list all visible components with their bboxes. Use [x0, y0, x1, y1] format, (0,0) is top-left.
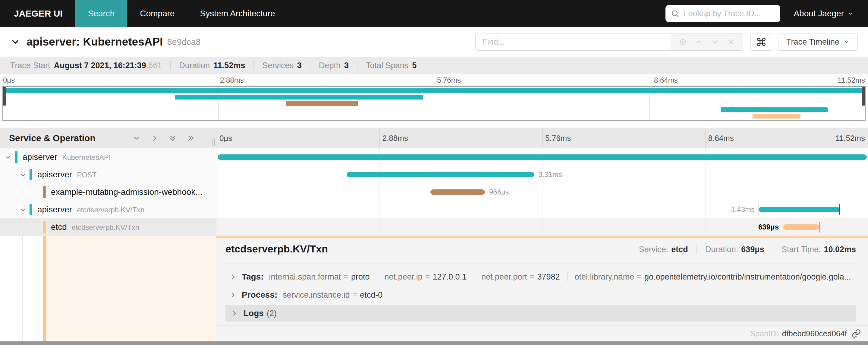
trace-title: apiserver: KubernetesAPI: [27, 36, 163, 48]
span-color-bar: [15, 151, 18, 163]
app-brand[interactable]: JAEGER UI: [0, 8, 75, 19]
span-service-name: apiserver: [23, 152, 57, 162]
span-rows: apiserverKubernetesAPIapiserverPOST3.31m…: [0, 148, 868, 236]
trace-view-selector[interactable]: Trace Timeline: [778, 33, 858, 51]
span-row[interactable]: apiserverKubernetesAPI: [0, 148, 868, 166]
span-bar-end-tick: [758, 204, 759, 215]
span-name-cell[interactable]: apiserverKubernetesAPI: [0, 148, 216, 166]
nav-tab-search[interactable]: Search: [75, 0, 127, 27]
find-input[interactable]: [482, 37, 671, 47]
span-service-name: etcd: [51, 222, 67, 232]
equals-sign: =: [637, 272, 642, 282]
logs-section-toggle[interactable]: Logs (2): [225, 305, 856, 321]
summary-separator: [357, 61, 358, 70]
timeline-gridline: [379, 183, 380, 201]
tag-value: etcd-0: [360, 290, 382, 300]
tags-section-toggle[interactable]: Tags: internal.span.format=protonet.peer…: [230, 270, 856, 284]
span-detail-footer: SpanID: dfbebd960ced064f: [216, 325, 868, 341]
span-bar[interactable]: [218, 154, 867, 160]
trace-id-lookup-input[interactable]: [683, 9, 775, 19]
span-timeline-cell[interactable]: 966μs: [216, 183, 868, 201]
summary-item-label: Services: [262, 61, 293, 70]
nav-tab-compare[interactable]: Compare: [127, 0, 187, 27]
focus-match-icon[interactable]: [679, 38, 687, 46]
tag-key: net.peer.port: [481, 272, 527, 282]
timeline-minimap[interactable]: [2, 86, 866, 121]
summary-item: Trace StartAugust 7 2021, 16:21:39.661: [10, 61, 162, 70]
find-field[interactable]: [475, 33, 671, 50]
summary-item-label: Duration: [179, 61, 210, 70]
summary-separator: [170, 61, 170, 70]
chevron-right-icon: [230, 291, 237, 298]
span-bar-end-tick: [839, 204, 840, 215]
span-bar[interactable]: [759, 207, 840, 212]
span-name-cell[interactable]: apiserverPOST: [0, 166, 216, 183]
process-section-toggle[interactable]: Process: service.instance.id=etcd-0: [230, 288, 856, 301]
timeline-tick: 8.64ms: [654, 74, 678, 86]
chevron-down-icon[interactable]: [19, 171, 27, 178]
span-bar[interactable]: [430, 190, 485, 195]
process-section-label: Process:: [242, 290, 277, 300]
span-name-cell[interactable]: apiserveretcdserverpb.KV/Txn: [0, 201, 216, 218]
chevron-down-icon[interactable]: [4, 154, 11, 161]
command-icon: [756, 37, 767, 47]
about-jaeger-label: About Jaeger: [794, 9, 844, 19]
tag-value: proto: [351, 272, 370, 282]
detail-meta-label: Duration:: [705, 245, 738, 254]
span-duration-label: 1.43ms: [731, 201, 755, 218]
trace-id: 8e9dca8: [167, 37, 200, 47]
trace-id-lookup[interactable]: [665, 5, 780, 22]
expand-all-double-chevron-right-icon[interactable]: [187, 134, 195, 142]
prev-match-chevron-up-icon[interactable]: [695, 38, 703, 46]
span-timeline-cell[interactable]: 639μs: [216, 218, 868, 236]
expand-one-chevron-right-icon[interactable]: [150, 134, 159, 142]
timeline-gridline: [705, 128, 706, 148]
span-timeline-cell[interactable]: [216, 148, 868, 166]
timeline-gridline: [705, 201, 706, 218]
collapse-all-double-chevron-down-icon[interactable]: [168, 134, 177, 142]
chevron-down-icon[interactable]: [19, 206, 27, 213]
minimap-drag-handle-left[interactable]: [3, 87, 6, 106]
bottom-scroll-edge[interactable]: [0, 341, 868, 345]
keyboard-shortcuts-button[interactable]: [750, 33, 772, 51]
span-bar[interactable]: [347, 172, 534, 177]
process-items: service.instance.id=etcd-0: [283, 290, 382, 300]
span-service-name: example-mutating-admission-webhook...: [51, 187, 203, 197]
timeline-tick: 8.64ms: [708, 128, 734, 148]
column-resizer-handle[interactable]: [213, 138, 215, 146]
collapse-trace-chevron-icon[interactable]: [10, 37, 21, 47]
detail-meta-label: Service:: [639, 245, 669, 254]
timeline-gridline: [542, 201, 542, 218]
summary-item-value: 11.52ms: [213, 61, 245, 70]
span-name-cell[interactable]: example-mutating-admission-webhook...: [0, 183, 216, 201]
tag-value: 37982: [537, 272, 560, 282]
collapse-one-chevron-down-icon[interactable]: [132, 134, 141, 142]
tag-item: net.peer.port=37982: [481, 272, 560, 282]
next-match-chevron-down-icon[interactable]: [711, 38, 719, 46]
span-name-cell[interactable]: etcdetcdserverpb.KV/Txn: [0, 218, 216, 236]
detail-meta-label: Start Time:: [781, 245, 821, 254]
clear-find-close-icon[interactable]: [727, 38, 735, 46]
span-row[interactable]: example-mutating-admission-webhook...966…: [0, 183, 868, 201]
nav-tab-system-architecture[interactable]: System Architecture: [187, 0, 288, 27]
timeline-tick: 5.76ms: [545, 128, 571, 148]
equals-sign: =: [352, 290, 357, 300]
summary-item: Depth3: [319, 61, 349, 70]
copy-link-icon[interactable]: [852, 329, 861, 338]
span-row[interactable]: apiserverPOST3.31ms: [0, 166, 868, 183]
span-timeline-cell[interactable]: 1.43ms: [216, 201, 868, 218]
tag-separator: [474, 272, 474, 281]
span-timeline-cell[interactable]: 3.31ms: [216, 166, 868, 183]
span-row[interactable]: apiserveretcdserverpb.KV/Txn1.43ms: [0, 201, 868, 218]
trace-toolbar: Trace Timeline: [475, 27, 858, 57]
summary-item-label: Total Spans: [366, 61, 408, 70]
minimap-drag-handle-right[interactable]: [862, 87, 865, 106]
span-color-bar: [43, 221, 46, 233]
span-operation-name: POST: [77, 171, 96, 179]
about-jaeger-menu[interactable]: About Jaeger: [794, 9, 854, 19]
summary-item-value: August 7 2021, 16:21:39: [54, 61, 146, 70]
span-row[interactable]: etcdetcdserverpb.KV/Txn639μs: [0, 218, 868, 236]
span-detail-meta: Service:etcdDuration:639μsStart Time:10.…: [639, 245, 856, 254]
detail-meta-item: Service:etcd: [639, 245, 688, 254]
span-bar[interactable]: [783, 224, 819, 230]
